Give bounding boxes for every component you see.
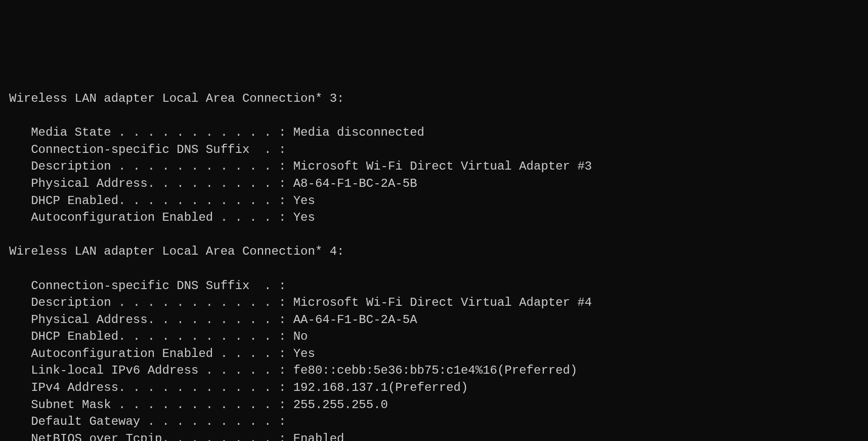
- autoconfig-label: Autoconfiguration Enabled . . . . :: [9, 211, 293, 224]
- autoconfig-label: Autoconfiguration Enabled . . . . :: [9, 347, 293, 360]
- dns-suffix-label: Connection-specific DNS Suffix . :: [9, 143, 293, 156]
- ipv4-address-line: IPv4 Address. . . . . . . . . . . : 192.…: [9, 379, 859, 396]
- ipv4-address-value: 192.168.137.1(Preferred): [293, 381, 468, 394]
- terminal-output: Wireless LAN adapter Local Area Connecti…: [9, 73, 859, 441]
- adapter-name-4: Wireless LAN adapter Local Area Connecti…: [9, 243, 859, 260]
- default-gateway-line: Default Gateway . . . . . . . . . :: [9, 413, 859, 430]
- autoconfig-value: Yes: [293, 211, 315, 224]
- netbios-line: NetBIOS over Tcpip. . . . . . . . : Enab…: [9, 430, 859, 441]
- media-state-line: Media State . . . . . . . . . . . : Medi…: [9, 124, 859, 141]
- description-line-4: Description . . . . . . . . . . . : Micr…: [9, 294, 859, 311]
- autoconfig-line-4: Autoconfiguration Enabled . . . . : Yes: [9, 345, 859, 363]
- netbios-value: Enabled: [293, 432, 344, 441]
- ipv4-address-label: IPv4 Address. . . . . . . . . . . :: [9, 381, 293, 394]
- ipv6-address-label: Link-local IPv6 Address . . . . . :: [9, 364, 293, 377]
- ipv6-address-line: Link-local IPv6 Address . . . . . : fe80…: [9, 362, 859, 379]
- adapter-section-4: Wireless LAN adapter Local Area Connecti…: [9, 243, 859, 441]
- dhcp-enabled-label: DHCP Enabled. . . . . . . . . . . :: [9, 330, 293, 343]
- autoconfig-value: Yes: [293, 347, 315, 360]
- description-value: Microsoft Wi-Fi Direct Virtual Adapter #…: [293, 159, 592, 173]
- physical-address-label: Physical Address. . . . . . . . . :: [9, 177, 293, 190]
- netbios-label: NetBIOS over Tcpip. . . . . . . . :: [9, 432, 293, 441]
- media-state-value: Media disconnected: [293, 126, 424, 139]
- dns-suffix-line: Connection-specific DNS Suffix . :: [9, 141, 859, 158]
- physical-address-line-4: Physical Address. . . . . . . . . : AA-6…: [9, 311, 859, 329]
- description-label: Description . . . . . . . . . . . :: [9, 159, 293, 173]
- subnet-mask-line: Subnet Mask . . . . . . . . . . . : 255.…: [9, 396, 859, 414]
- description-line: Description . . . . . . . . . . . : Micr…: [9, 158, 859, 175]
- adapter-section-3: Wireless LAN adapter Local Area Connecti…: [9, 90, 859, 226]
- physical-address-value: AA-64-F1-BC-2A-5A: [293, 313, 417, 327]
- subnet-mask-label: Subnet Mask . . . . . . . . . . . :: [9, 398, 293, 412]
- dhcp-enabled-value: Yes: [293, 194, 315, 208]
- subnet-mask-value: 255.255.255.0: [293, 398, 388, 412]
- physical-address-value: A8-64-F1-BC-2A-5B: [293, 177, 417, 190]
- dns-suffix-label: Connection-specific DNS Suffix . :: [9, 279, 293, 293]
- media-state-label: Media State . . . . . . . . . . . :: [9, 126, 293, 139]
- dhcp-enabled-line-4: DHCP Enabled. . . . . . . . . . . : No: [9, 328, 859, 345]
- description-label: Description . . . . . . . . . . . :: [9, 296, 293, 309]
- dhcp-enabled-value: No: [293, 330, 308, 343]
- autoconfig-line: Autoconfiguration Enabled . . . . : Yes: [9, 209, 859, 226]
- default-gateway-label: Default Gateway . . . . . . . . . :: [9, 415, 293, 428]
- blank-line: [9, 73, 859, 90]
- adapter-name-3: Wireless LAN adapter Local Area Connecti…: [9, 90, 859, 107]
- blank-line: [9, 107, 859, 125]
- dhcp-enabled-label: DHCP Enabled. . . . . . . . . . . :: [9, 194, 293, 208]
- dhcp-enabled-line: DHCP Enabled. . . . . . . . . . . : Yes: [9, 192, 859, 210]
- physical-address-label: Physical Address. . . . . . . . . :: [9, 313, 293, 327]
- physical-address-line: Physical Address. . . . . . . . . : A8-6…: [9, 175, 859, 192]
- blank-line: [9, 226, 859, 244]
- ipv6-address-value: fe80::cebb:5e36:bb75:c1e4%16(Preferred): [293, 364, 578, 377]
- dns-suffix-line-4: Connection-specific DNS Suffix . :: [9, 277, 859, 295]
- description-value: Microsoft Wi-Fi Direct Virtual Adapter #…: [293, 296, 592, 309]
- blank-line: [9, 260, 859, 277]
